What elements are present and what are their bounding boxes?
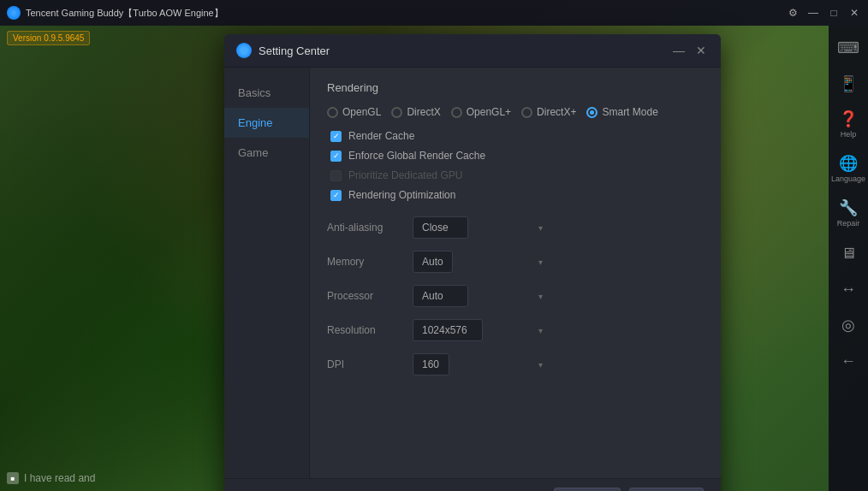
radio-openglplus-label: OpenGL+ [467,106,511,118]
resolution-label: Resolution [327,324,404,336]
dialog-title: Setting Center [259,44,330,57]
rendering-section-title: Rendering [327,81,704,94]
dialog-footer: Save Cancel [224,478,721,491]
screen-icon[interactable]: 🖥 [832,240,865,267]
keyboard-icon[interactable]: ⌨ [832,34,865,62]
checkbox-render-cache-box [330,131,342,142]
mobile-icon[interactable]: 📱 [832,70,865,98]
language-button[interactable]: 🌐 Language [832,151,865,186]
dialog-titlebar: Setting Center — ✕ [224,34,721,68]
radio-directxplus[interactable]: DirectX+ [521,106,576,118]
checkbox-rendering-opt[interactable]: Rendering Optimization [330,189,704,201]
radio-directxplus-circle [521,107,532,118]
setting-center-dialog: Setting Center — ✕ Basics Engine Game Re… [224,34,721,491]
checkbox-render-cache-label: Render Cache [348,130,414,142]
settings-button[interactable]: ⚙ [786,6,800,20]
resolution-row: Resolution 1024x576 1280x720 1920x1080 [327,319,704,341]
radio-openglplus[interactable]: OpenGL+ [451,106,511,118]
checkbox-enforce-global[interactable]: Enforce Global Render Cache [330,150,704,162]
radio-smartmode-label: Smart Mode [602,106,657,118]
dpi-row: DPI 160 240 320 480 [327,353,704,376]
dialog-nav: Basics Engine Game [224,68,310,478]
anti-aliasing-label: Anti-aliasing [327,222,404,234]
dpi-label: DPI [327,358,404,370]
radio-smartmode-circle [586,107,597,118]
anti-aliasing-select-wrapper: Close Low Medium High [413,216,550,239]
dialog-controls: — ✕ [671,43,709,58]
dpi-select-wrapper: 160 240 320 480 [413,353,550,376]
bottom-text-label: I have read and [24,472,95,484]
version-badge: Version 0.9.5.9645 [7,31,90,45]
taskbar: Tencent Gaming Buddy【Turbo AOW Engine】 ⚙… [0,0,868,26]
close-button[interactable]: ✕ [847,6,861,20]
dpi-select[interactable]: 160 240 320 480 [413,353,449,376]
resolution-select-wrapper: 1024x576 1280x720 1920x1080 [413,319,550,341]
processor-select[interactable]: Auto 1 Core 2 Cores 4 Cores [413,285,468,307]
anti-aliasing-select[interactable]: Close Low Medium High [413,216,468,239]
bottom-text: ■ I have read and [7,472,95,484]
nav-game[interactable]: Game [224,138,309,168]
memory-select[interactable]: Auto 1GB 2GB 4GB [413,251,453,273]
record-icon[interactable]: ◎ [832,311,865,339]
checkbox-rendering-opt-label: Rendering Optimization [348,189,455,201]
dialog-close-button[interactable]: ✕ [693,43,709,58]
radio-directxplus-label: DirectX+ [537,106,576,118]
nav-basics[interactable]: Basics [224,78,309,108]
rendering-checkboxes: Render Cache Enforce Global Render Cache… [327,130,704,201]
minimize-button[interactable]: — [806,6,820,20]
anti-aliasing-row: Anti-aliasing Close Low Medium High [327,216,704,239]
radio-directx-circle [391,107,402,118]
radio-directx-label: DirectX [407,106,440,118]
processor-label: Processor [327,290,404,302]
dialog-minimize-button[interactable]: — [671,43,687,58]
help-button[interactable]: ❓ Help [832,106,865,142]
memory-select-wrapper: Auto 1GB 2GB 4GB [413,251,550,273]
back-icon[interactable]: ← [832,347,865,375]
radio-smartmode[interactable]: Smart Mode [586,106,657,118]
taskbar-controls: ⚙ — □ ✕ [786,6,861,20]
resize-icon[interactable]: ↔ [832,275,865,303]
checkbox-prioritize-gpu[interactable]: Prioritize Dedicated GPU [330,169,704,181]
bottom-text-icon: ■ [7,472,19,484]
dialog-body: Basics Engine Game Rendering OpenGL Dire… [224,68,721,478]
radio-opengl-circle [327,107,338,118]
processor-row: Processor Auto 1 Core 2 Cores 4 Cores [327,285,704,307]
save-button[interactable]: Save [554,488,620,491]
checkbox-render-cache[interactable]: Render Cache [330,130,704,142]
resolution-select[interactable]: 1024x576 1280x720 1920x1080 [413,319,483,341]
memory-row: Memory Auto 1GB 2GB 4GB [327,251,704,273]
checkbox-prioritize-gpu-box [330,170,342,181]
radio-directx[interactable]: DirectX [391,106,440,118]
dialog-logo [236,43,252,58]
rendering-mode-group: OpenGL DirectX OpenGL+ DirectX+ Smart Mo… [327,106,704,118]
maximize-button[interactable]: □ [827,6,841,20]
checkbox-enforce-global-label: Enforce Global Render Cache [348,150,485,162]
nav-engine[interactable]: Engine [224,108,309,138]
dialog-content: Rendering OpenGL DirectX OpenGL+ Direc [310,68,721,478]
processor-select-wrapper: Auto 1 Core 2 Cores 4 Cores [413,285,550,307]
checkbox-enforce-global-box [330,151,342,162]
dialog-title-left: Setting Center [236,43,330,58]
checkbox-prioritize-gpu-label: Prioritize Dedicated GPU [348,169,462,181]
taskbar-title: Tencent Gaming Buddy【Turbo AOW Engine】 [26,7,786,20]
right-sidebar: ⌨ 📱 ❓ Help 🌐 Language 🔧 Repair 🖥 ↔ ◎ ← [829,26,868,491]
app-logo [7,6,21,20]
repair-button[interactable]: 🔧 Repair [832,195,865,231]
radio-opengl[interactable]: OpenGL [327,106,381,118]
engine-form-fields: Anti-aliasing Close Low Medium High Memo… [327,216,704,464]
radio-opengl-label: OpenGL [342,106,381,118]
checkbox-rendering-opt-box [330,190,342,201]
radio-openglplus-circle [451,107,462,118]
cancel-button[interactable]: Cancel [629,488,704,491]
memory-label: Memory [327,256,404,268]
